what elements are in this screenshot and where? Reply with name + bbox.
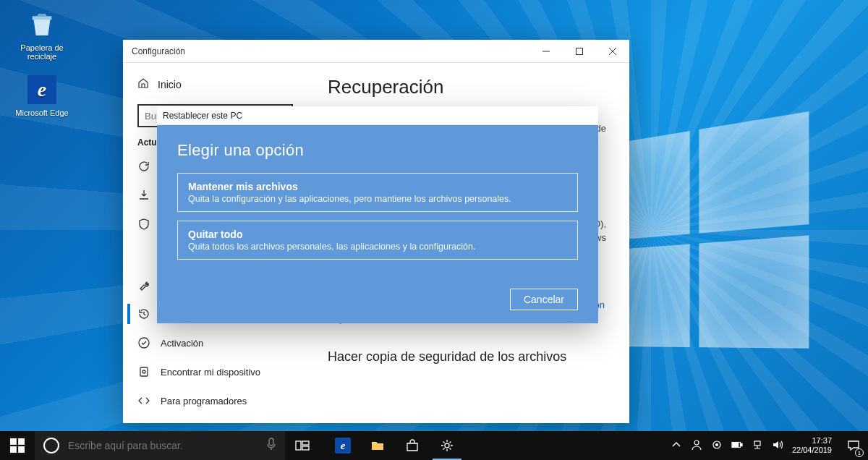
window-close-button[interactable] [596,40,629,63]
refresh-icon [137,160,150,173]
reset-option-keep-files[interactable]: Mantener mis archivos Quita la configura… [177,173,578,212]
desktop-icon-recycle-bin[interactable]: Papelera de reciclaje [13,9,71,61]
svg-rect-9 [296,441,301,450]
svg-point-12 [445,443,449,448]
sidebar-item-find-my-device[interactable]: Encontrar mi dispositivo [127,357,303,386]
svg-point-3 [142,370,145,373]
dialog-title: Restablecer este PC [157,106,598,125]
locate-device-icon [137,365,150,378]
reset-option-title: Quitar todo [188,229,567,240]
svg-rect-10 [302,441,309,445]
svg-rect-7 [18,446,25,453]
cortana-icon [43,438,59,453]
svg-rect-0 [576,48,583,54]
recycle-bin-icon [26,9,58,41]
sidebar-item-for-developers[interactable]: Para programadores [127,386,303,415]
system-tray: 17:37 22/04/2019 [663,436,839,455]
sidebar-item-label: Activación [161,338,203,349]
svg-rect-5 [18,438,25,445]
taskbar-search[interactable] [35,431,285,460]
window-minimize-button[interactable] [529,40,563,63]
section-heading-backup: Hacer copia de seguridad de los archivos [328,349,609,365]
action-center-button[interactable]: 1 [839,431,868,460]
svg-point-13 [694,440,699,445]
reset-option-title: Mantener mis archivos [188,181,567,192]
tray-volume-icon[interactable] [772,439,783,452]
taskbar: e 17:37 22/04/2019 1 [0,431,868,460]
tray-chevron-up-icon[interactable] [671,439,682,452]
taskbar-app-file-explorer[interactable] [360,431,395,460]
home-icon [137,77,149,91]
dialog-heading: Elegir una opción [177,141,578,160]
taskbar-search-input[interactable] [67,440,285,451]
sidebar-home-label: Inicio [158,79,182,90]
svg-rect-2 [140,367,148,376]
svg-rect-8 [269,438,273,446]
reset-option-remove-everything[interactable]: Quitar todo Quita todos los archivos per… [177,221,578,260]
reset-option-desc: Quita la configuración y las aplicacione… [188,194,567,204]
download-network-icon [137,189,150,202]
svg-rect-19 [754,441,760,446]
desktop-icon-label: Microsoft Edge [13,108,71,117]
window-maximize-button[interactable] [563,40,596,63]
start-button[interactable] [0,431,35,460]
tray-network-icon[interactable] [752,439,763,452]
cancel-button[interactable]: Cancelar [510,289,578,310]
history-icon [137,307,150,320]
taskbar-date: 22/04/2019 [792,446,832,455]
microphone-icon[interactable] [266,438,276,453]
wrench-icon [137,278,150,291]
code-icon [137,394,150,407]
desktop-icon-edge[interactable]: e Microsoft Edge [13,74,71,117]
sidebar-item-activation[interactable]: Activación [127,328,303,357]
sidebar-item-label: Para programadores [161,396,247,406]
svg-rect-17 [741,443,742,446]
svg-rect-4 [10,438,17,445]
taskbar-time: 17:37 [792,436,832,446]
desktop-icon-label: Papelera de reciclaje [13,43,71,61]
tray-people-icon[interactable] [691,439,702,452]
svg-point-1 [139,338,149,348]
edge-icon: e [26,74,58,106]
tray-battery-icon[interactable] [731,439,743,452]
svg-rect-18 [733,443,739,446]
page-title: Recuperación [328,76,609,98]
svg-rect-11 [302,446,309,450]
reset-pc-dialog: Restablecer este PC Elegir una opción Ma… [157,106,598,323]
taskbar-app-store[interactable] [395,431,430,460]
sidebar-item-label: Encontrar mi dispositivo [161,367,260,378]
sidebar-home[interactable]: Inicio [127,73,303,95]
tray-location-icon[interactable] [711,439,723,452]
edge-icon: e [335,438,351,453]
reset-option-desc: Quita todos los archivos personales, las… [188,242,567,252]
task-view-button[interactable] [285,431,320,460]
window-title: Configuración [123,46,529,56]
window-titlebar[interactable]: Configuración [123,40,629,63]
shield-icon [137,218,150,231]
svg-point-15 [715,444,718,446]
taskbar-clock[interactable]: 17:37 22/04/2019 [792,436,832,455]
notification-badge: 1 [855,448,864,457]
svg-rect-6 [10,446,17,453]
taskbar-app-edge[interactable]: e [326,431,360,460]
taskbar-app-settings[interactable] [430,431,464,460]
check-circle-icon [137,336,150,349]
